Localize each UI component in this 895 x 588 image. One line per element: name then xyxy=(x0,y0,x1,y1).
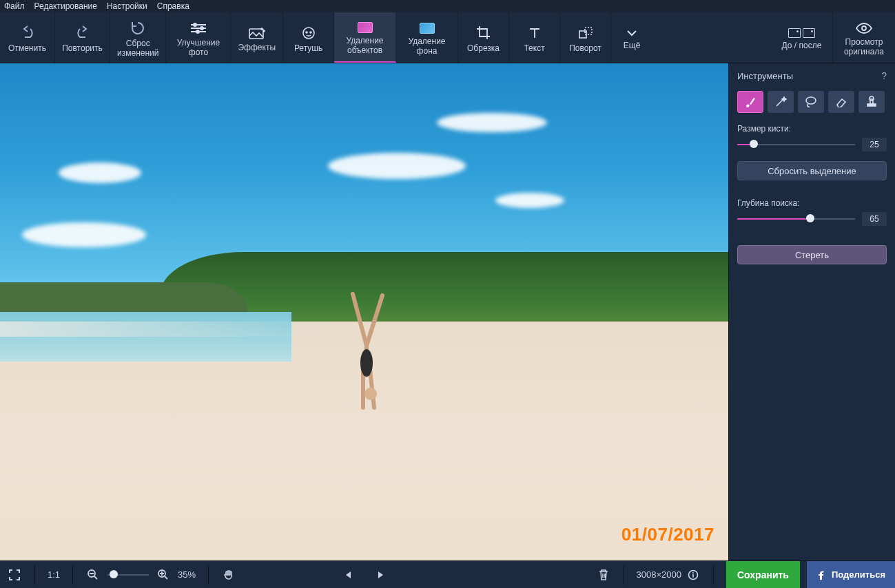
retouch-label: Ретушь xyxy=(294,43,322,53)
facebook-icon xyxy=(816,570,826,580)
info-button[interactable] xyxy=(686,567,701,582)
enhance-label: Улучшение фото xyxy=(177,38,220,57)
redo-button[interactable]: Повторить xyxy=(55,12,110,63)
svg-point-6 xyxy=(303,28,314,39)
face-icon xyxy=(300,25,317,41)
brush-tool[interactable] xyxy=(737,91,763,113)
save-button[interactable]: Сохранить xyxy=(726,561,800,589)
stamp-icon xyxy=(865,96,878,108)
reset-button[interactable]: Сброс изменений xyxy=(110,12,166,63)
before-after-button[interactable]: До / после xyxy=(771,12,833,63)
magic-wand-icon xyxy=(774,96,787,108)
text-button[interactable]: Текст xyxy=(509,12,560,63)
menu-help[interactable]: Справка xyxy=(157,1,189,11)
remove-object-icon xyxy=(358,22,373,33)
date-stamp: 01/07/2017 xyxy=(621,524,714,545)
crop-button[interactable]: Обрезка xyxy=(458,12,509,63)
undo-button[interactable]: Отменить xyxy=(0,12,55,63)
hand-tool-button[interactable] xyxy=(221,567,236,582)
effects-label: Эффекты xyxy=(238,43,276,52)
zoom-in-button[interactable] xyxy=(156,567,171,582)
brush-icon xyxy=(744,96,757,108)
magic-wand-tool[interactable] xyxy=(768,91,794,113)
more-button[interactable]: Ещё xyxy=(611,12,652,63)
lasso-icon xyxy=(804,96,818,108)
zoom-percent-label: 35% xyxy=(178,569,196,580)
rotate-icon xyxy=(577,25,594,41)
share-label: Поделиться xyxy=(832,569,885,580)
svg-point-7 xyxy=(306,32,307,33)
rotate-button[interactable]: Поворот xyxy=(560,12,611,63)
svg-point-14 xyxy=(806,97,816,104)
eraser-tool[interactable] xyxy=(828,91,854,113)
delete-button[interactable] xyxy=(596,567,611,582)
retouch-button[interactable]: Ретушь xyxy=(283,12,334,63)
search-depth-label: Глубина поиска: xyxy=(737,198,887,208)
brush-size-value[interactable]: 25 xyxy=(862,138,887,151)
zoom-out-button[interactable] xyxy=(85,567,101,582)
stamp-tool[interactable] xyxy=(858,91,885,113)
eye-icon xyxy=(855,22,873,34)
text-label: Текст xyxy=(524,43,544,53)
sparkle-image-icon xyxy=(248,26,266,40)
fullscreen-button[interactable] xyxy=(7,567,22,582)
more-label: Ещё xyxy=(624,41,641,50)
crop-label: Обрезка xyxy=(467,43,500,53)
svg-point-4 xyxy=(261,28,263,30)
svg-point-2 xyxy=(196,30,199,33)
reset-icon xyxy=(129,21,147,36)
effects-button[interactable]: Эффекты xyxy=(231,12,283,63)
fit-actual-button[interactable]: 1:1 xyxy=(48,569,60,580)
redo-label: Повторить xyxy=(62,43,103,53)
remove-bg-button[interactable]: Удаление фона xyxy=(396,12,458,63)
lasso-tool[interactable] xyxy=(798,91,824,113)
svg-point-17 xyxy=(870,96,874,101)
menu-edit[interactable]: Редактирование xyxy=(34,1,97,11)
remove-bg-label: Удаление фона xyxy=(409,36,446,56)
chevron-down-icon xyxy=(626,28,637,38)
prev-image-button[interactable] xyxy=(341,567,356,582)
image-dimensions: 3008×2000 xyxy=(637,569,681,580)
brush-size-slider[interactable] xyxy=(737,141,855,148)
erase-button[interactable]: Стереть xyxy=(737,245,887,264)
view-original-label: Просмотр оригинала xyxy=(844,37,884,56)
redo-icon xyxy=(74,25,92,41)
undo-label: Отменить xyxy=(8,43,46,53)
compare-icon xyxy=(788,28,815,38)
editor-canvas[interactable]: 01/07/2017 xyxy=(0,63,728,560)
svg-point-5 xyxy=(263,30,265,32)
panel-help-button[interactable]: ? xyxy=(881,70,887,81)
remove-objects-label: Удаление объектов xyxy=(347,36,384,55)
svg-point-0 xyxy=(194,23,196,26)
zoom-slider[interactable] xyxy=(107,571,149,578)
menu-settings[interactable]: Настройки xyxy=(107,1,147,11)
view-original-button[interactable]: Просмотр оригинала xyxy=(833,12,895,63)
enhance-button[interactable]: Улучшение фото xyxy=(166,12,231,63)
tools-panel: Инструменты ? Разм xyxy=(728,63,895,560)
before-after-label: До / после xyxy=(782,41,822,50)
svg-point-11 xyxy=(862,26,866,30)
crop-icon xyxy=(476,25,491,41)
sliders-icon xyxy=(189,21,207,35)
menu-file[interactable]: Файл xyxy=(4,1,25,11)
reset-label: Сброс изменений xyxy=(117,39,158,58)
svg-point-1 xyxy=(200,27,203,30)
svg-point-8 xyxy=(310,32,311,33)
undo-icon xyxy=(19,25,37,41)
remove-objects-button[interactable]: Удаление объектов xyxy=(334,12,396,63)
eraser-icon xyxy=(835,96,847,107)
next-image-button[interactable] xyxy=(373,567,388,582)
text-icon xyxy=(527,25,542,41)
search-depth-value[interactable]: 65 xyxy=(862,212,887,226)
image-render: 01/07/2017 xyxy=(0,63,728,560)
share-button[interactable]: Поделиться xyxy=(807,561,895,589)
brush-size-label: Размер кисти: xyxy=(737,124,887,134)
rotate-label: Поворот xyxy=(569,43,601,53)
panel-title: Инструменты xyxy=(737,71,793,81)
remove-bg-icon xyxy=(420,23,435,34)
reset-selection-button[interactable]: Сбросить выделение xyxy=(737,161,887,180)
search-depth-slider[interactable] xyxy=(737,216,855,222)
